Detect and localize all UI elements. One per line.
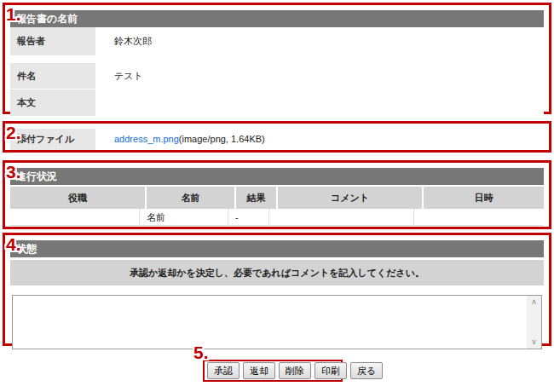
return-button[interactable]: 返却: [243, 362, 275, 379]
scrollbar-down-icon[interactable]: ∨: [527, 336, 541, 349]
action-button-row: 承認 返却 削除 印刷 戻る: [207, 362, 383, 379]
progress-data-row: 名前 -: [10, 209, 544, 226]
comment-scrollbar[interactable]: ∧ ∨: [527, 296, 541, 349]
field-row-reporter: 報告者 鈴木次郎: [10, 27, 544, 55]
annotation-number-4: 4.: [6, 235, 21, 253]
scrollbar-up-icon[interactable]: ∧: [527, 296, 541, 308]
reporter-value: 鈴木次郎: [95, 27, 544, 55]
attachment-label: 添付ファイル: [10, 129, 95, 150]
back-button[interactable]: 戻る: [350, 362, 383, 379]
comment-box: ∧ ∨: [12, 295, 542, 349]
annotation-number-1: 1.: [6, 5, 21, 23]
annotation-number-2: 2.: [6, 124, 21, 141]
annotation-number-5: 5.: [193, 343, 209, 361]
annotation-number-3: 3.: [6, 163, 21, 181]
approve-button[interactable]: 承認: [207, 362, 239, 379]
col-header-datetime: 日時: [424, 187, 544, 209]
attachment-file-link[interactable]: address_m.png: [114, 134, 179, 144]
reporter-label: 報告者: [10, 27, 95, 55]
row-spacer: [10, 55, 544, 63]
subject-value: テスト: [95, 63, 544, 89]
attachment-file-meta: (image/png, 1.64KB): [179, 134, 265, 144]
cell-comment: [269, 209, 414, 226]
annotation-box-3: 進行状況 役職 名前 結果 コメント 日時 名前 -: [3, 160, 551, 229]
col-header-comment: コメント: [278, 187, 424, 209]
cell-datetime: [414, 209, 544, 226]
report-section-title: 報告書の名前: [10, 10, 544, 27]
field-row-attachment: 添付ファイル address_m.png(image/png, 1.64KB): [10, 129, 544, 150]
cell-position: [10, 209, 140, 226]
cell-result: -: [228, 209, 269, 226]
subject-label: 件名: [10, 63, 95, 89]
cell-name: 名前: [140, 209, 228, 226]
annotation-box-1: 報告書の名前 報告者 鈴木次郎 件名 テスト 本文: [3, 3, 551, 114]
body-value: [95, 89, 544, 116]
decision-instruction: 承認か返却かを決定し、必要であればコメントを記入してください。: [10, 260, 544, 285]
print-button[interactable]: 印刷: [315, 362, 347, 379]
delete-button[interactable]: 削除: [279, 362, 311, 379]
col-header-position: 役職: [10, 187, 147, 209]
progress-header-row: 役職 名前 結果 コメント 日時: [10, 187, 544, 209]
field-row-body: 本文: [10, 89, 544, 116]
report-approval-screen: 報告書の名前 報告者 鈴木次郎 件名 テスト 本文 1. 添付ファイル addr…: [0, 0, 554, 392]
body-label: 本文: [10, 89, 95, 116]
decision-section-title: 状態: [10, 240, 544, 257]
progress-section-title: 進行状況: [10, 168, 544, 185]
comment-textarea[interactable]: [13, 296, 527, 349]
attachment-value: address_m.png(image/png, 1.64KB): [95, 129, 544, 150]
col-header-result: 結果: [236, 187, 278, 209]
annotation-box-4: 状態 承認か返却かを決定し、必要であればコメントを記入してください。 ∧ ∨: [3, 233, 551, 346]
annotation-box-2: 添付ファイル address_m.png(image/png, 1.64KB): [3, 121, 551, 153]
field-row-subject: 件名 テスト: [10, 63, 544, 89]
col-header-name: 名前: [147, 187, 236, 209]
